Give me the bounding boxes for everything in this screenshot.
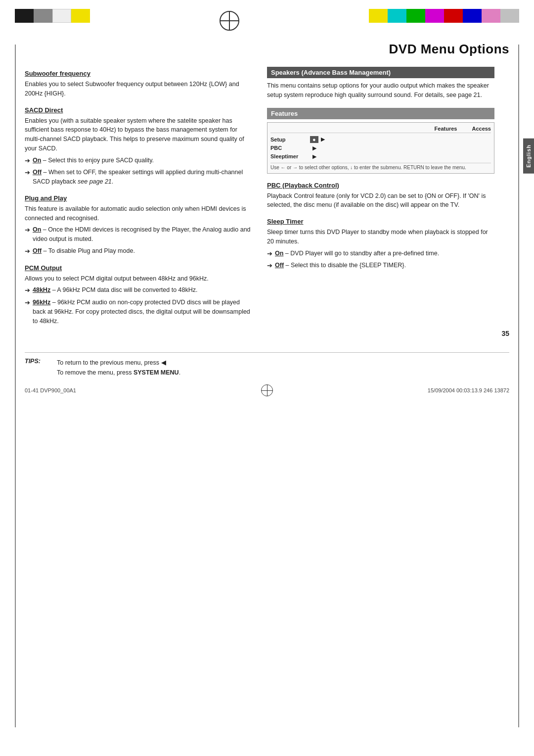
bar-cyan bbox=[388, 9, 406, 23]
color-bars-left bbox=[15, 9, 90, 23]
bar-black bbox=[15, 9, 34, 23]
footer-center-page bbox=[261, 384, 273, 396]
sacd-on-item: ➔ On – Select this to enjoy pure SACD qu… bbox=[25, 156, 252, 166]
bar-magenta bbox=[425, 9, 444, 23]
pcm-body: Allows you to select PCM digital output … bbox=[25, 274, 252, 284]
bar-gray bbox=[34, 9, 52, 23]
border-right bbox=[518, 45, 519, 727]
plug-and-play-body: This feature is available for automatic … bbox=[25, 204, 252, 223]
features-screen-header: Features Access bbox=[270, 126, 491, 133]
features-col2: Access bbox=[472, 126, 491, 132]
main-layout: Subwoofer frequency Enables you to selec… bbox=[0, 62, 534, 327]
footer: 01-41 DVP900_00A1 15/09/2004 00:03:13.9 … bbox=[0, 387, 534, 393]
plug-off-item: ➔ Off – To disable Plug and Play mode. bbox=[25, 246, 252, 256]
page-number-display: 35 bbox=[0, 330, 534, 337]
sleep-on-item: ➔ On – DVD Player will go to standby aft… bbox=[267, 249, 494, 259]
sleep-off-text: Off – Select this to disable the {SLEEP … bbox=[275, 261, 406, 270]
sacd-on-text: On – Select this to enjoy pure SACD qual… bbox=[33, 156, 154, 165]
features-row-pbc: PBC ▶ bbox=[270, 144, 491, 152]
pcm-48-text: 48kHz – A 96kHz PCM data disc will be co… bbox=[33, 285, 198, 295]
plug-on-arrow: ➔ bbox=[25, 226, 30, 235]
plug-on-text: On – Once the HDMI devices is recognised… bbox=[33, 225, 252, 244]
plug-off-arrow: ➔ bbox=[25, 247, 30, 256]
sacd-on-arrow: ➔ bbox=[25, 156, 30, 166]
bar-light-gray bbox=[500, 9, 519, 23]
subwoofer-title: Subwoofer frequency bbox=[25, 70, 252, 77]
sacd-section: SACD Direct Enables you (with a suitable… bbox=[25, 106, 252, 187]
plug-off-text: Off – To disable Plug and Play mode. bbox=[33, 246, 135, 256]
features-pbc-label: PBC bbox=[270, 145, 310, 151]
subwoofer-body: Enables you to select Subwoofer frequenc… bbox=[25, 80, 252, 98]
sleep-on-text: On – DVD Player will go to standby after… bbox=[275, 249, 439, 258]
pcm-section: PCM Output Allows you to select PCM digi… bbox=[25, 264, 252, 326]
sleep-timer-section: Sleep Timer Sleep timer turns this DVD P… bbox=[267, 218, 494, 271]
subwoofer-section: Subwoofer frequency Enables you to selec… bbox=[25, 70, 252, 98]
english-tab: English bbox=[523, 139, 534, 174]
features-screen-note: Use ← or → to select other options, ↓ to… bbox=[270, 163, 491, 170]
bar-green bbox=[406, 9, 425, 23]
sleep-off-item: ➔ Off – Select this to disable the {SLEE… bbox=[267, 261, 494, 271]
sacd-body: Enables you (with a suitable speaker sys… bbox=[25, 116, 252, 153]
sacd-off-text: Off – When set to OFF, the speaker setti… bbox=[33, 168, 252, 187]
border-left bbox=[15, 45, 16, 727]
tips-line2: To remove the menu, press SYSTEM MENU. bbox=[57, 368, 180, 378]
sacd-off-item: ➔ Off – When set to OFF, the speaker set… bbox=[25, 168, 252, 187]
top-crosshair-container bbox=[218, 9, 241, 33]
pbc-title: PBC (Playback Control) bbox=[267, 182, 494, 189]
page-title: DVD Menu Options bbox=[0, 33, 534, 62]
sleep-on-arrow: ➔ bbox=[267, 249, 272, 259]
pcm-title: PCM Output bbox=[25, 264, 252, 272]
right-column: Speakers (Advance Bass Management) This … bbox=[267, 62, 494, 327]
features-setup-label: Setup bbox=[270, 137, 310, 142]
pcm-48-item: ➔ 48kHz – A 96kHz PCM data disc will be … bbox=[25, 285, 252, 295]
features-row-setup: Setup ● ▶ bbox=[270, 135, 491, 144]
footer-crosshair-icon bbox=[261, 384, 273, 396]
bar-yellow-left bbox=[71, 9, 90, 23]
features-col1: Features bbox=[435, 126, 457, 132]
sacd-off-arrow: ➔ bbox=[25, 168, 30, 178]
speakers-body: This menu contains setup options for you… bbox=[267, 81, 494, 100]
features-row-sleeptimer: Sleeptimer ▶ bbox=[270, 152, 491, 161]
pcm-96-text: 96kHz – 96kHz PCM audio on non-copy prot… bbox=[33, 298, 252, 326]
bar-blue bbox=[463, 9, 482, 23]
sleep-timer-title: Sleep Timer bbox=[267, 218, 494, 225]
bar-white bbox=[52, 9, 71, 23]
left-column: Subwoofer frequency Enables you to selec… bbox=[25, 62, 252, 327]
features-setup-arrow: ▶ bbox=[321, 136, 325, 142]
features-sleep-arrow: ▶ bbox=[312, 153, 316, 160]
footer-left: 01-41 DVP900_00A1 bbox=[25, 387, 267, 393]
plug-and-play-title: Plug and Play bbox=[25, 194, 252, 202]
tips-content: To return to the previous menu, press ◀ … bbox=[57, 358, 180, 378]
bar-pink bbox=[482, 9, 500, 23]
plug-and-play-section: Plug and Play This feature is available … bbox=[25, 194, 252, 256]
pbc-body: Playback Control feature (only for VCD 2… bbox=[267, 191, 494, 210]
features-setup-selected: ● bbox=[310, 136, 318, 143]
pcm-96-arrow: ➔ bbox=[25, 298, 30, 308]
tips-section: TIPS: To return to the previous menu, pr… bbox=[25, 352, 509, 378]
pbc-section: PBC (Playback Control) Playback Control … bbox=[267, 182, 494, 210]
features-screen: Features Access Setup ● ▶ PBC ▶ Sleeptim… bbox=[267, 122, 494, 174]
speakers-title: Speakers (Advance Bass Management) bbox=[267, 67, 494, 78]
features-section: Features Features Access Setup ● ▶ PBC ▶… bbox=[267, 108, 494, 174]
sleep-timer-body: Sleep timer turns this DVD Player to sta… bbox=[267, 228, 494, 246]
sleep-off-arrow: ➔ bbox=[267, 261, 272, 271]
sacd-title: SACD Direct bbox=[25, 106, 252, 114]
top-bar-area bbox=[0, 0, 534, 33]
features-pbc-arrow: ▶ bbox=[312, 145, 316, 151]
tips-label: TIPS: bbox=[25, 358, 57, 365]
color-bars-right bbox=[369, 9, 519, 23]
crosshair-icon bbox=[220, 11, 239, 31]
tips-line1: To return to the previous menu, press ◀ bbox=[57, 358, 180, 368]
features-sleep-label: Sleeptimer bbox=[270, 153, 310, 159]
features-title: Features bbox=[267, 108, 494, 119]
footer-right: 15/09/2004 00:03:13.9 246 13872 bbox=[267, 387, 509, 393]
pcm-48-arrow: ➔ bbox=[25, 286, 30, 295]
plug-on-item: ➔ On – Once the HDMI devices is recognis… bbox=[25, 225, 252, 244]
pcm-96-item: ➔ 96kHz – 96kHz PCM audio on non-copy pr… bbox=[25, 298, 252, 326]
bar-yellow-right bbox=[369, 9, 388, 23]
bar-red bbox=[444, 9, 463, 23]
speakers-section: Speakers (Advance Bass Management) This … bbox=[267, 67, 494, 100]
